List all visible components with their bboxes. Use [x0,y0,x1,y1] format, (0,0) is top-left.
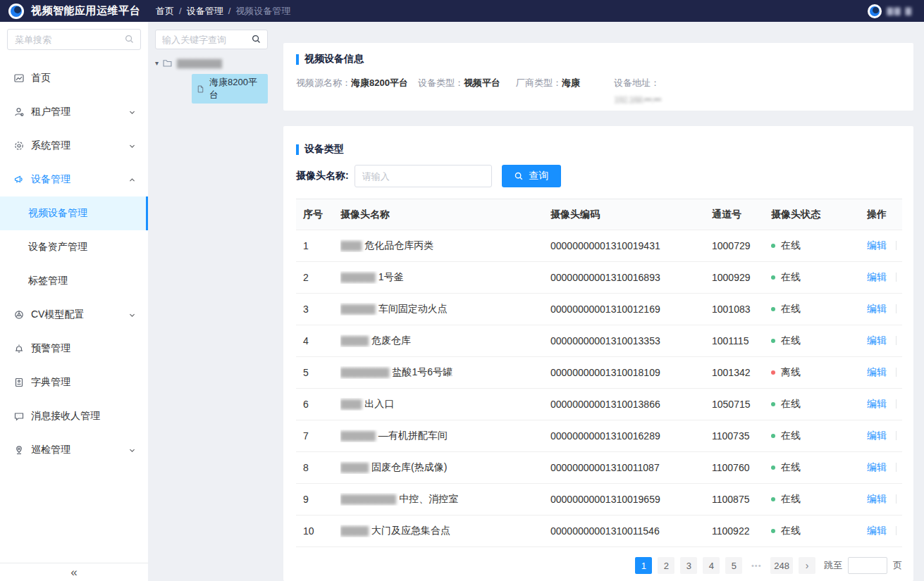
breadcrumb-home[interactable]: 首页 [156,5,174,18]
status-dot-icon [771,370,775,375]
status-cell: 在线 [771,461,867,474]
camera-code-cell: 00000000001310018109 [550,367,712,378]
page-button[interactable]: 1 [635,557,652,574]
message-bubble-icon [13,411,25,422]
action-divider [896,399,897,408]
channel-cell: 1100760 [712,462,771,473]
table-row: 4 ▇▇▇▇危废仓库 00000000001310013353 1001115 … [296,325,902,357]
next-page-button[interactable]: › [799,557,815,574]
row-index: 7 [296,430,340,442]
status-dot-icon [771,339,775,343]
query-button[interactable]: 查询 [502,165,561,187]
device-megaphone-icon [13,174,25,185]
page-button[interactable]: 5 [725,557,742,574]
sidebar-collapse-button[interactable]: « [0,563,148,581]
action-cell: 编辑 [867,493,902,506]
pagination-bar: 12345•••248› 跳至 页 [296,557,902,574]
breadcrumb-device-mgmt[interactable]: 设备管理 [187,5,223,18]
field-vendor-type: 厂商类型：海康 [516,77,580,105]
action-cell: 编辑 [867,525,902,537]
camera-name-redacted: ▇▇▇▇▇▇▇▇ [340,493,395,504]
row-index: 1 [296,240,340,251]
action-divider [896,273,897,282]
table-row: 3 ▇▇▇▇▇车间固定动火点 00000000001310012169 1001… [296,294,902,325]
action-cell: 编辑 [867,461,902,474]
user-name-redacted: ▇▇ ▇ [887,6,913,15]
sidebar-item-msg-receiver[interactable]: 消息接收人管理 [0,399,148,433]
edit-link[interactable]: 编辑 [867,461,887,473]
page-button[interactable]: 4 [703,557,720,574]
action-divider [896,463,897,472]
pagination-ellipsis[interactable]: ••• [748,561,765,570]
status-cell: 在线 [771,271,867,284]
sidebar-item-cv-model[interactable]: CV模型配置 [0,298,148,332]
sidebar-item-inspection[interactable]: 巡检管理 [0,433,148,467]
camera-code-cell: 00000000001310011087 [550,462,712,473]
tenant-user-icon [13,106,25,118]
sidebar-item-device-asset-mgmt[interactable]: 设备资产管理 [0,230,148,264]
edit-link[interactable]: 编辑 [867,303,887,314]
edit-link[interactable]: 编辑 [867,271,887,282]
app-title: 视频智能应用运维平台 [31,4,140,18]
tree-root-node[interactable]: ▾ ▇▇▇▇▇▇▇ [155,58,268,68]
sidebar-item-device[interactable]: 设备管理 [0,163,148,196]
status-cell: 离线 [771,366,867,379]
camera-name-redacted: ▇▇▇ [340,239,361,251]
sidebar-item-system[interactable]: 系统管理 [0,129,148,163]
video-device-info-card: 视频设备信息 视频源名称：海康8200平台 设备类型：视频平台 厂商类型：海康 … [283,43,913,111]
action-divider [896,241,897,250]
edit-link[interactable]: 编辑 [867,430,887,441]
table-row: 2 ▇▇▇▇▇1号釜 00000000001310016893 1000929 … [296,262,902,294]
action-divider [896,526,897,535]
device-address-redacted: 192.168.•••.••• [614,94,661,105]
menu-search-input[interactable] [7,29,141,50]
status-dot-icon [771,529,775,533]
sidebar: 首页 租户管理 系统管理 设备管理 视频设备管理 设备资产管理 标签管理 CV [0,22,148,581]
edit-link[interactable]: 编辑 [867,493,887,504]
edit-link[interactable]: 编辑 [867,239,887,251]
page-button[interactable]: 2 [658,557,674,574]
channel-cell: 1100922 [712,525,771,537]
edit-link[interactable]: 编辑 [867,525,887,536]
main-content: 视频设备信息 视频源名称：海康8200平台 设备类型：视频平台 厂商类型：海康 … [275,22,924,581]
sidebar-item-alert[interactable]: 预警管理 [0,332,148,366]
camera-name-redacted: ▇▇▇▇▇ [340,430,375,441]
user-avatar[interactable] [868,4,882,18]
camera-name-cell: ▇▇▇▇▇▇▇盐酸1号6号罐 [340,366,550,379]
channel-cell: 1001115 [712,335,771,346]
tree-expand-caret-icon[interactable]: ▾ [155,59,159,67]
sidebar-item-dict[interactable]: 字典管理 [0,366,148,399]
action-cell: 编辑 [867,430,902,442]
action-cell: 编辑 [867,271,902,284]
user-menu[interactable]: ▇▇ ▇ [868,4,913,18]
edit-link[interactable]: 编辑 [867,398,887,409]
page-button[interactable]: 3 [680,557,697,574]
camera-name-redacted: ▇▇▇▇ [340,525,368,536]
edit-link[interactable]: 编辑 [867,335,887,346]
sidebar-item-home[interactable]: 首页 [0,61,148,95]
chevron-down-icon [128,446,136,454]
document-icon [196,85,205,94]
row-index: 4 [296,335,340,346]
channel-cell: 1050715 [712,399,771,410]
camera-name-redacted: ▇▇▇ [340,398,361,409]
sidebar-item-video-device-mgmt[interactable]: 视频设备管理 [0,196,148,230]
jump-page-input[interactable] [848,557,887,574]
tree-node-selected[interactable]: 海康8200平台 [192,74,268,104]
camera-name-input[interactable] [355,165,492,187]
field-source-name: 视频源名称：海康8200平台 [296,77,408,105]
action-cell: 编辑 [867,366,902,379]
breadcrumb-current: 视频设备管理 [235,5,290,18]
status-dot-icon [771,466,775,470]
camera-name-redacted: ▇▇▇▇ [340,335,368,346]
sidebar-item-tenant[interactable]: 租户管理 [0,95,148,129]
device-type-card: 设备类型 摄像头名称: 查询 序号 摄像头名称 摄像头编码 通道号 摄像头状态 … [283,126,913,581]
edit-link[interactable]: 编辑 [867,366,887,377]
page-button[interactable]: 248 [770,557,793,574]
sidebar-item-tag-mgmt[interactable]: 标签管理 [0,264,148,298]
table-row: 5 ▇▇▇▇▇▇▇盐酸1号6号罐 00000000001310018109 10… [296,357,902,389]
camera-code-cell: 00000000001310013866 [550,399,712,410]
status-cell: 在线 [771,239,867,252]
camera-code-cell: 00000000001310019431 [550,240,712,251]
camera-name-redacted: ▇▇▇▇▇ [340,303,375,314]
